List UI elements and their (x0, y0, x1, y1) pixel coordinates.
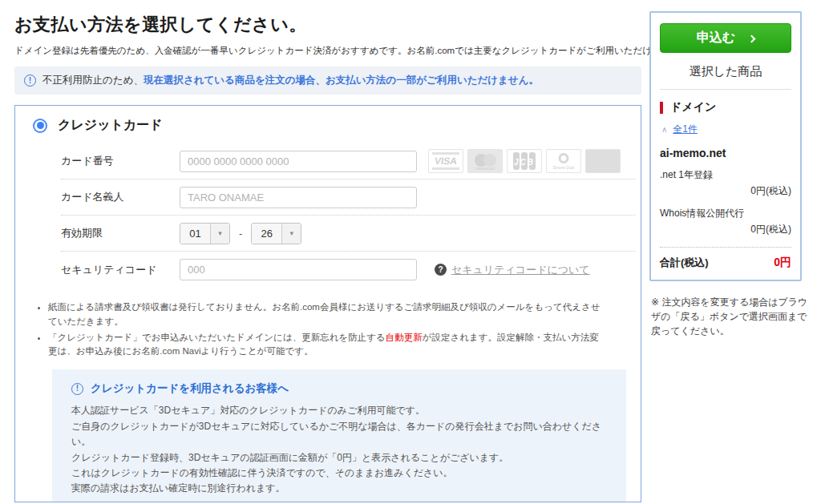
expiry-month-select[interactable]: 01 ▾ (180, 223, 230, 244)
info-box-body: 本人認証サービス「3Dセキュア」対応のクレジットカードのみご利用可能です。 ご自… (71, 403, 610, 497)
order-summary-column: 申込む 選択した商品 ドメイン ∧ 全1件 ai-memo.net .net 1… (649, 11, 810, 502)
dotted-divider (660, 247, 791, 248)
info-line: ご自身のクレジットカードが3Dセキュアに対応しているかご不明な場合は、各カードの… (71, 419, 610, 450)
security-code-help-text: セキュリティコードについて (451, 263, 590, 277)
payment-page: お支払い方法を選択してください。 ドメイン登録は先着優先のため、入金確認が一番早… (0, 0, 821, 502)
info-alert-icon: ! (71, 383, 83, 395)
notice-highlight: 現在選択されている商品を注文の場合、お支払い方法の一部がご利用いただけません。 (144, 75, 539, 86)
info-line: 本人認証サービス「3Dセキュア」対応のクレジットカードのみご利用可能です。 (71, 403, 610, 418)
security-code-label: セキュリティコード (61, 263, 180, 277)
card-number-label: カード番号 (61, 154, 180, 168)
payment-note-1-text: 紙面による請求書及び領収書は発行しておりません。お名前.com会員様にお送りする… (48, 302, 601, 326)
security-code-row: セキュリティコード ? セキュリティコードについて (61, 252, 635, 288)
info-box-header: ! クレジットカードを利用されるお客様へ (71, 381, 610, 396)
red-marker (660, 102, 663, 114)
notice-text: 不正利用防止のため、現在選択されている商品を注文の場合、お支払い方法の一部がご利… (42, 74, 539, 87)
select-arrow-icon: ▾ (281, 224, 301, 244)
select-arrow-icon: ▾ (210, 224, 229, 244)
amex-icon (585, 149, 621, 173)
item-price: 0円(税込) (660, 223, 791, 236)
category-domain: ドメイン (660, 100, 791, 115)
visa-word: VISA (434, 155, 458, 167)
selected-products-title: 選択した商品 (660, 64, 791, 79)
total-price: 0円 (774, 256, 791, 270)
payment-notes: 紙面による請求書及び領収書は発行しておりません。お名前.com会員様にお送りする… (36, 300, 607, 359)
fraud-notice: ! 不正利用防止のため、現在選択されている商品を注文の場合、お支払い方法の一部が… (14, 67, 641, 95)
expiry-row: 有効期限 01 ▾ - 26 ▾ (61, 216, 635, 252)
expiry-year-select[interactable]: 26 ▾ (251, 223, 301, 244)
question-icon: ? (435, 264, 447, 276)
security-code-input[interactable] (180, 259, 417, 280)
notice-prefix: 不正利用防止のため、 (42, 75, 144, 86)
divider (660, 89, 791, 90)
item-price: 0円(税込) (660, 184, 791, 198)
apply-button-label: 申込む (697, 30, 735, 46)
card-brands: VISA mastercard JCB (428, 149, 621, 173)
radio-dot (37, 122, 44, 129)
product-item-row: .net 1年登録 0円(税込) (660, 168, 791, 198)
mastercard-word: mastercard (468, 166, 502, 171)
visa-icon: VISA (428, 149, 463, 173)
item-label: .net 1年登録 (660, 168, 791, 182)
total-row: 合計(税込) 0円 (660, 256, 791, 270)
info-box-title: クレジットカードを利用されるお客様へ (91, 381, 289, 396)
diners-icon: Diners Club (546, 149, 581, 173)
item-label: Whois情報公開代行 (660, 207, 791, 220)
jcb-icon: JCB (507, 149, 542, 173)
category-label: ドメイン (670, 100, 716, 115)
expiry-month-value: 01 (180, 224, 210, 244)
info-line: これはクレジットカードの有効性確認に伴う決済ですので、そのままお進みください。 (71, 466, 610, 481)
page-title: お支払い方法を選択してください。 (14, 13, 641, 37)
credit-card-radio[interactable] (33, 119, 47, 133)
alert-icon: ! (24, 75, 36, 87)
payment-note-1: 紙面による請求書及び領収書は発行しておりません。お名前.com会員様にお送りする… (48, 300, 607, 329)
info-line: クレジットカード登録時、3Dセキュアの認証画面に金額が「0円」と表示されることが… (71, 450, 610, 466)
payment-method-row: クレジットカード (33, 117, 633, 134)
payment-note-2-before: 「クレジットカード」でお申込みいただいたドメインには、更新忘れを防止する (48, 333, 386, 342)
expiry-separator: - (239, 228, 242, 240)
arrow-right-icon (748, 34, 756, 42)
card-holder-row: カード名義人 (61, 179, 635, 216)
order-summary-box: 申込む 選択した商品 ドメイン ∧ 全1件 ai-memo.net .net 1… (649, 11, 802, 281)
item-count-link[interactable]: 全1件 (673, 123, 698, 136)
jcb-word: JCB (514, 158, 535, 167)
card-holder-input[interactable] (180, 187, 417, 208)
payment-note-2: 「クレジットカード」でお申込みいただいたドメインには、更新忘れを防止する自動更新… (48, 331, 607, 360)
expiry-label: 有効期限 (61, 226, 180, 240)
credit-card-panel: クレジットカード カード番号 VISA mastercard (14, 105, 641, 502)
credit-card-info-box: ! クレジットカードを利用されるお客様へ 本人認証サービス「3Dセキュア」対応の… (52, 369, 626, 502)
info-line: 実際の請求はお支払い確定時に別途行われます。 (71, 481, 610, 496)
product-name: ai-memo.net (660, 147, 791, 159)
diners-word: Diners Club (549, 165, 578, 169)
product-item-row: Whois情報公開代行 0円(税込) (660, 207, 791, 236)
chevron-up-icon: ∧ (661, 125, 667, 134)
credit-card-form: カード番号 VISA mastercard (61, 143, 635, 288)
card-number-input[interactable] (180, 151, 417, 172)
item-count-row: ∧ 全1件 (661, 123, 791, 136)
card-number-row: カード番号 VISA mastercard (61, 143, 635, 179)
page-subtitle: ドメイン登録は先着優先のため、入金確認が一番早いクレジットカード決済がおすすめで… (14, 45, 641, 57)
apply-button[interactable]: 申込む (660, 23, 791, 53)
payment-method-label: クレジットカード (58, 117, 163, 134)
sidebar-note: ※ 注文内容を変更する場合はブラウザの「戻る」ボタンで選択画面まで戻ってください… (651, 295, 808, 338)
main-column: お支払い方法を選択してください。 ドメイン登録は先着優先のため、入金確認が一番早… (14, 11, 641, 502)
card-holder-label: カード名義人 (61, 190, 180, 204)
security-code-help-link[interactable]: ? セキュリティコードについて (435, 263, 590, 277)
total-label: 合計(税込) (660, 256, 709, 270)
expiry-year-value: 26 (252, 224, 281, 244)
auto-renew-highlight: 自動更新 (386, 333, 423, 342)
mastercard-icon: mastercard (467, 149, 503, 173)
